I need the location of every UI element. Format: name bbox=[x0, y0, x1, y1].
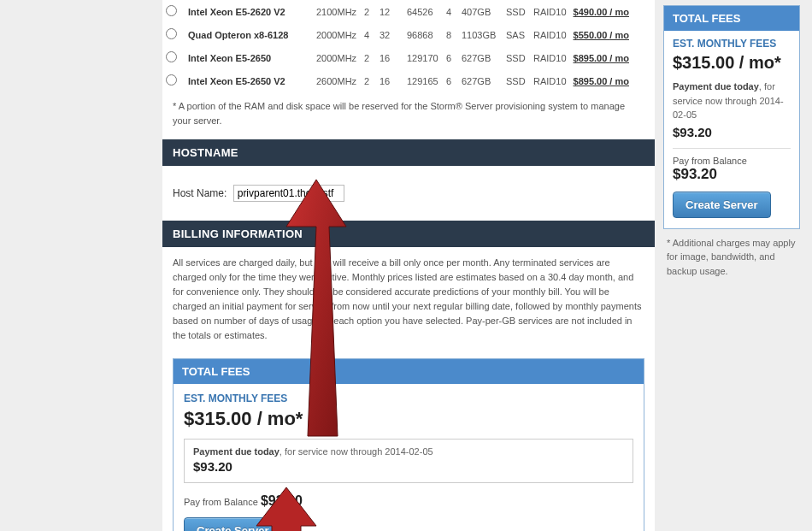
server-drives: 8 bbox=[443, 23, 458, 46]
server-disk-type: SSD bbox=[503, 46, 530, 69]
server-disk-type: SSD bbox=[503, 0, 530, 23]
hostname-row: Host Name: bbox=[162, 166, 655, 221]
server-options-table: Intel Xeon E5-2620 V22100MHz212645264407… bbox=[162, 0, 655, 92]
hostname-label: Host Name: bbox=[173, 187, 227, 199]
server-ram: 64526 bbox=[403, 0, 443, 23]
server-disk-type: SAS bbox=[503, 23, 530, 46]
side-total-fees-header: TOTAL FEES bbox=[664, 6, 799, 31]
payment-due-box: Payment due today, for service now throu… bbox=[184, 439, 633, 483]
side-create-server-button[interactable]: Create Server bbox=[673, 192, 771, 218]
server-disk: 627GB bbox=[458, 46, 503, 69]
hostname-input[interactable] bbox=[233, 185, 344, 202]
server-price: $895.00 / mo bbox=[570, 46, 655, 69]
server-ram: 96868 bbox=[403, 23, 443, 46]
server-cpus: 4 bbox=[361, 23, 376, 46]
server-name: Intel Xeon E5-2650 bbox=[185, 46, 313, 69]
est-monthly-price: $315.00 / mo* bbox=[184, 408, 633, 430]
server-name: Intel Xeon E5-2620 V2 bbox=[185, 0, 313, 23]
est-monthly-label: EST. MONTHLY FEES bbox=[184, 392, 633, 404]
ram-disclaimer: * A portion of the RAM and disk space wi… bbox=[162, 92, 655, 139]
server-radio[interactable] bbox=[166, 51, 177, 62]
server-cpus: 2 bbox=[361, 69, 376, 92]
server-mhz: 2100MHz bbox=[313, 0, 361, 23]
billing-header: BILLING INFORMATION bbox=[162, 221, 655, 247]
server-mhz: 2600MHz bbox=[313, 69, 361, 92]
side-additional-charges-note: * Additional charges may apply for image… bbox=[663, 229, 800, 279]
side-payfrom-line: Pay from Balance $93.20 bbox=[673, 148, 791, 183]
create-server-button[interactable]: Create Server bbox=[184, 517, 282, 531]
server-name: Intel Xeon E5-2650 V2 bbox=[185, 69, 313, 92]
server-cpus: 2 bbox=[361, 0, 376, 23]
server-cores: 32 bbox=[376, 23, 403, 46]
server-radio[interactable] bbox=[166, 5, 177, 16]
billing-text: All services are charged daily, but you … bbox=[162, 247, 655, 355]
server-row: Quad Opteron x8-61282000MHz4329686881103… bbox=[162, 23, 655, 46]
server-radio[interactable] bbox=[166, 28, 177, 39]
server-mhz: 2000MHz bbox=[313, 23, 361, 46]
server-row: Intel Xeon E5-2620 V22100MHz212645264407… bbox=[162, 0, 655, 23]
server-ram: 129165 bbox=[403, 69, 443, 92]
server-cores: 16 bbox=[376, 69, 403, 92]
server-mhz: 2000MHz bbox=[313, 46, 361, 69]
payfrom-line: Pay from Balance $93.20 bbox=[184, 493, 633, 509]
server-raid: RAID10 bbox=[530, 46, 570, 69]
server-disk: 1103GB bbox=[458, 23, 503, 46]
server-price: $550.00 / mo bbox=[570, 23, 655, 46]
side-est-monthly-price: $315.00 / mo* bbox=[673, 53, 791, 73]
side-total-fees-box: TOTAL FEES EST. MONTHLY FEES $315.00 / m… bbox=[663, 5, 800, 229]
server-drives: 6 bbox=[443, 46, 458, 69]
server-drives: 6 bbox=[443, 69, 458, 92]
server-disk-type: SSD bbox=[503, 69, 530, 92]
server-price: $895.00 / mo bbox=[570, 69, 655, 92]
server-raid: RAID10 bbox=[530, 23, 570, 46]
server-raid: RAID10 bbox=[530, 0, 570, 23]
payment-due-suffix: , for service now through 2014-02-05 bbox=[279, 446, 433, 457]
server-name: Quad Opteron x8-6128 bbox=[185, 23, 313, 46]
side-payment-due-amount: $93.20 bbox=[673, 125, 791, 139]
server-raid: RAID10 bbox=[530, 69, 570, 92]
server-price: $490.00 / mo bbox=[570, 0, 655, 23]
side-payfrom-balance: $93.20 bbox=[673, 166, 717, 182]
server-disk: 627GB bbox=[458, 69, 503, 92]
server-cpus: 2 bbox=[361, 46, 376, 69]
server-cores: 12 bbox=[376, 0, 403, 23]
server-row: Intel Xeon E5-2650 V22600MHz216129165662… bbox=[162, 69, 655, 92]
server-radio[interactable] bbox=[166, 74, 177, 86]
total-fees-box: TOTAL FEES EST. MONTHLY FEES $315.00 / m… bbox=[173, 358, 644, 531]
server-row: Intel Xeon E5-26502000MHz2161291706627GB… bbox=[162, 46, 655, 69]
total-fees-header: TOTAL FEES bbox=[174, 359, 644, 384]
server-drives: 4 bbox=[443, 0, 458, 23]
server-ram: 129170 bbox=[403, 46, 443, 69]
server-cores: 16 bbox=[376, 46, 403, 69]
side-est-monthly-label: EST. MONTHLY FEES bbox=[673, 38, 791, 50]
hostname-header: HOSTNAME bbox=[162, 139, 655, 166]
payment-due-amount: $93.20 bbox=[193, 459, 624, 474]
payment-due-label: Payment due today bbox=[193, 446, 279, 457]
server-disk: 407GB bbox=[458, 0, 503, 23]
payfrom-balance: $93.20 bbox=[261, 493, 303, 508]
side-payment-due-label: Payment due today bbox=[673, 81, 759, 91]
